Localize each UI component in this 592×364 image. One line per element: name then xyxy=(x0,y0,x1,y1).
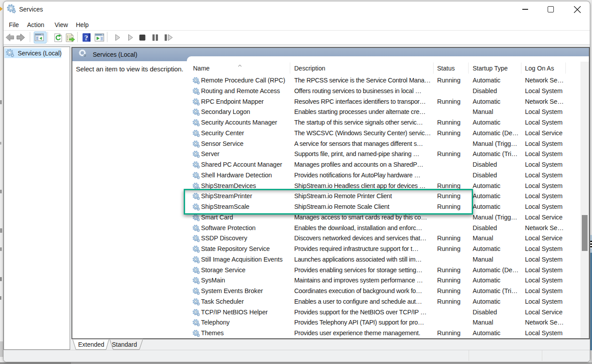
svg-text:Standard: Standard xyxy=(112,341,137,348)
svg-text:?: ? xyxy=(84,34,88,42)
svg-text:Extended: Extended xyxy=(78,341,104,348)
